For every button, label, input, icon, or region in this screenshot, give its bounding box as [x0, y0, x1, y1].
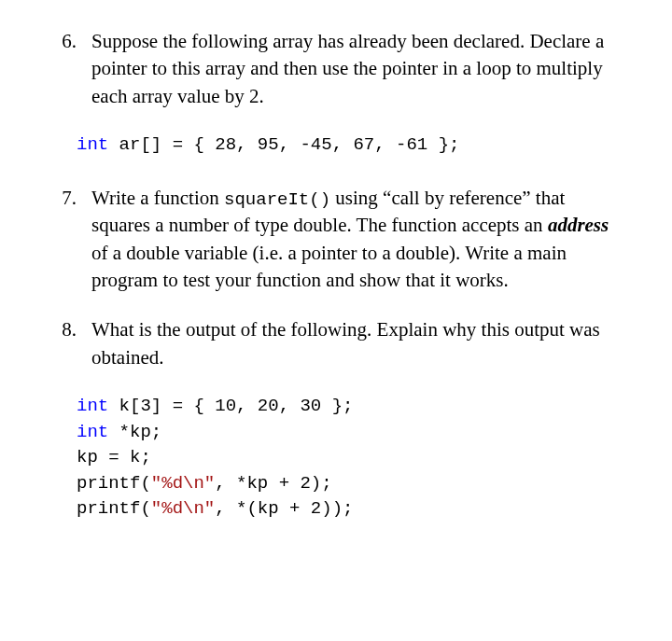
question-number: 6. [47, 28, 91, 110]
keyword: int [77, 422, 108, 442]
code-text: *kp; [108, 422, 161, 442]
question-body: Write a function squareIt() using “call … [91, 185, 625, 295]
question-6: 6. Suppose the following array has alrea… [47, 28, 625, 110]
question-number: 7. [47, 185, 91, 295]
code-text: ar[] = { 28, 95, -45, 67, -61 }; [108, 134, 459, 155]
code-text: kp = k; [77, 447, 151, 467]
code-block-8: int k[3] = { 10, 20, 30 }; int *kp; kp =… [77, 394, 625, 523]
code-block-6: int ar[] = { 28, 95, -45, 67, -61 }; [77, 132, 625, 159]
question-8: 8. What is the output of the following. … [47, 316, 625, 371]
inline-code: squareIt() [224, 189, 330, 210]
question-body: What is the output of the following. Exp… [91, 316, 625, 371]
text: of a double variable (i.e. a pointer to … [91, 242, 567, 291]
code-text: k[3] = { 10, 20, 30 }; [108, 396, 353, 416]
string-literal: "%d\n" [151, 498, 215, 519]
keyword: int [77, 134, 108, 155]
question-number: 8. [47, 316, 91, 371]
text: Write a function [91, 187, 224, 209]
code-text: printf( [77, 498, 151, 519]
code-text: , *kp + 2); [215, 473, 331, 494]
code-text: , *(kp + 2)); [215, 498, 353, 519]
emphasized-word: address [548, 214, 609, 236]
question-body: Suppose the following array has already … [91, 28, 625, 110]
keyword: int [77, 396, 108, 416]
code-text: printf( [77, 473, 151, 494]
question-7: 7. Write a function squareIt() using “ca… [47, 185, 625, 295]
string-literal: "%d\n" [151, 473, 215, 494]
